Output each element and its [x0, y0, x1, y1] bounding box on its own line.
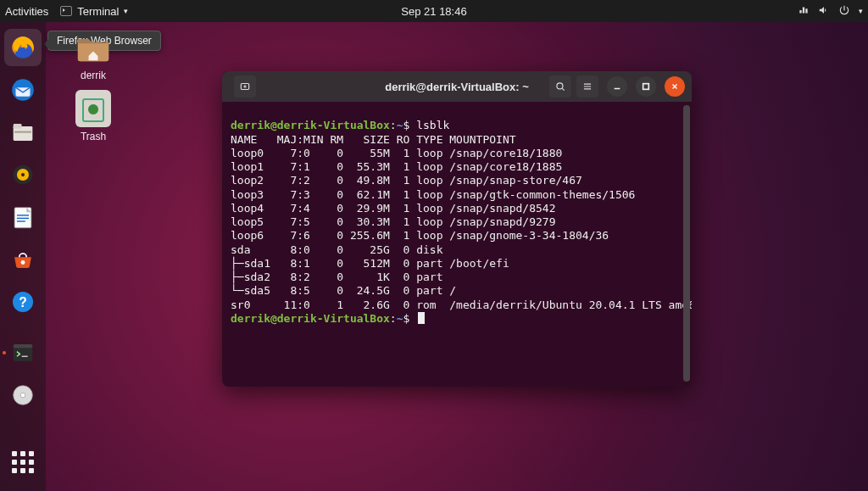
files-icon	[8, 118, 37, 147]
terminal-app-icon	[8, 338, 37, 367]
terminal-icon	[60, 6, 72, 16]
window-title: derrik@derrik-VirtualBox: ~	[385, 81, 529, 93]
dock-item-firefox[interactable]	[4, 29, 42, 66]
lsblk-output: loop0 7:0 0 55M 1 loop /snap/core18/1880…	[231, 147, 683, 312]
close-icon	[670, 82, 679, 91]
svg-rect-9	[17, 215, 29, 215]
home-folder-icon	[74, 27, 113, 66]
terminal-window: derrik@derrik-VirtualBox: ~ derrik@derri…	[222, 71, 692, 387]
desktop-home-label: derrik	[66, 70, 120, 81]
svg-point-21	[557, 83, 563, 89]
help-icon: ?	[8, 287, 37, 316]
search-icon	[554, 81, 566, 92]
prompt-path-2: ~	[397, 312, 403, 325]
svg-point-12	[21, 260, 25, 265]
titlebar[interactable]: derrik@derrik-VirtualBox: ~	[222, 71, 692, 102]
rhythmbox-icon	[8, 160, 37, 189]
prompt-sep-2: :	[390, 312, 397, 325]
prompt-symbol: $	[403, 119, 410, 131]
dock-item-thunderbird[interactable]	[4, 71, 42, 109]
power-icon[interactable]	[838, 4, 850, 19]
cursor	[418, 312, 425, 324]
svg-point-7	[21, 173, 25, 176]
svg-rect-10	[17, 218, 29, 219]
app-menu-label: Terminal	[77, 5, 119, 18]
dock-item-help[interactable]: ?	[4, 283, 42, 321]
svg-rect-16	[14, 344, 33, 348]
trash-icon	[75, 90, 111, 127]
svg-point-19	[20, 393, 25, 398]
minimize-icon	[613, 82, 621, 91]
menu-button[interactable]	[576, 75, 598, 98]
disc-icon	[8, 381, 37, 410]
prompt-sep: :	[390, 119, 397, 131]
show-applications[interactable]	[4, 444, 42, 481]
dock-item-writer[interactable]	[4, 198, 42, 236]
svg-rect-22	[643, 84, 649, 90]
prompt-user: derrik@derrik-VirtualBox	[231, 119, 390, 131]
top-bar: Activities Terminal ▾ Sep 21 18:46 ▾	[0, 0, 868, 22]
prompt-user-2: derrik@derrik-VirtualBox	[231, 312, 390, 325]
prompt-symbol-2: $	[403, 312, 410, 325]
terminal-scrollbar[interactable]	[683, 105, 690, 382]
svg-rect-4	[14, 131, 31, 133]
volume-icon[interactable]	[818, 4, 830, 19]
desktop-home-folder[interactable]: derrik	[66, 27, 120, 81]
desktop-trash-label: Trash	[66, 131, 120, 142]
dock-item-files[interactable]	[4, 114, 42, 151]
chevron-down-icon: ▾	[124, 7, 128, 15]
dock-item-rhythmbox[interactable]	[4, 156, 42, 193]
svg-rect-11	[17, 220, 25, 221]
ubuntu-software-icon	[8, 245, 37, 274]
new-tab-icon	[239, 81, 251, 92]
terminal-body[interactable]: derrik@derrik-VirtualBox:~$ lsblk NAME M…	[222, 102, 692, 387]
apps-grid-icon	[12, 451, 34, 473]
clock[interactable]: Sep 21 18:46	[401, 5, 466, 18]
app-menu[interactable]: Terminal ▾	[60, 5, 128, 18]
prompt-path: ~	[397, 119, 403, 131]
activities-button[interactable]: Activities	[5, 5, 48, 18]
lsblk-header: NAME MAJ:MIN RM SIZE RO TYPE MOUNTPOINT	[231, 133, 516, 146]
system-menu-chevron-icon[interactable]: ▾	[859, 7, 863, 15]
dock-item-terminal[interactable]	[4, 334, 42, 371]
maximize-button[interactable]	[636, 76, 656, 97]
svg-rect-3	[14, 124, 22, 129]
minimize-button[interactable]	[607, 76, 627, 97]
maximize-icon	[642, 82, 650, 91]
network-icon[interactable]	[798, 4, 810, 19]
dock-item-software[interactable]	[4, 241, 42, 278]
firefox-icon	[8, 33, 37, 62]
svg-text:?: ?	[19, 295, 27, 310]
dock-item-disc[interactable]	[4, 377, 42, 414]
thunderbird-icon	[8, 75, 37, 104]
hamburger-icon	[581, 81, 593, 92]
search-button[interactable]	[549, 75, 571, 98]
close-button[interactable]	[665, 76, 685, 97]
dock: ?	[0, 22, 46, 491]
new-tab-button[interactable]	[234, 75, 256, 98]
command-text: lsblk	[416, 119, 449, 131]
libreoffice-writer-icon	[8, 203, 37, 232]
desktop-trash[interactable]: Trash	[66, 90, 120, 142]
